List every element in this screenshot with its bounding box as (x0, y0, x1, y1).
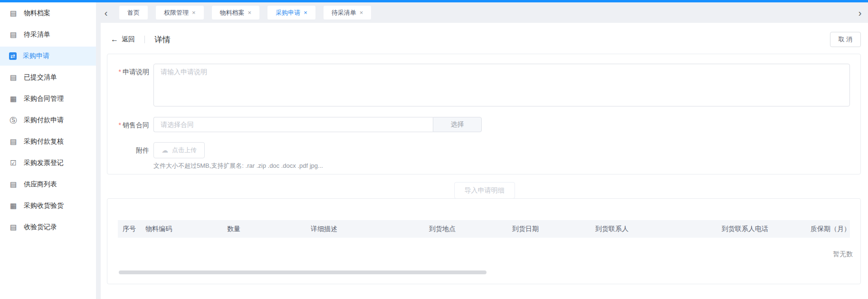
tab-close-icon[interactable]: × (192, 9, 196, 16)
chevron-right-icon[interactable]: › (855, 8, 865, 18)
supplier-list-icon: ▤ (9, 180, 18, 189)
column-header-delivery-contact: 到货联系人 (591, 225, 717, 233)
back-arrow-icon: ← (111, 35, 118, 44)
sidebar-item-label: 采购付款复核 (24, 137, 64, 146)
column-header-description: 详细描述 (306, 225, 424, 233)
sidebar: ▤ 物料档案 ▤ 待采清单 ⇄ 采购申请 ▤ 已提交清单 ▦ 采购合同管理 Ⓢ … (0, 2, 96, 299)
tab-label: 权限管理 (164, 9, 189, 16)
app-window: ▤ 物料档案 ▤ 待采清单 ⇄ 采购申请 ▤ 已提交清单 ▦ 采购合同管理 Ⓢ … (0, 0, 868, 299)
tab-label: 首页 (127, 9, 140, 16)
attachment-label: 附件 (118, 142, 149, 157)
tab-label: 物料档案 (220, 9, 245, 16)
sidebar-item-inspection-record[interactable]: ▤ 收验货记录 (0, 218, 96, 237)
column-header-quantity: 数量 (222, 225, 306, 233)
tab-close-icon[interactable]: × (248, 9, 252, 16)
payment-review-icon: ▤ (9, 137, 18, 146)
apply-note-label: *申请说明 (118, 64, 149, 106)
transfer-icon: ⇄ (9, 52, 17, 60)
sidebar-item-label: 供应商列表 (24, 180, 57, 189)
tab-label: 采购申请 (276, 9, 300, 16)
tab-home[interactable]: 首页 (119, 6, 148, 19)
tab-bar: ‹ 首页 权限管理× 物料档案× 采购申请× 待采清单× › (96, 2, 868, 23)
sidebar-item-label: 采购合同管理 (24, 95, 64, 103)
sidebar-item-invoice-register[interactable]: ☑ 采购发票登记 (0, 154, 96, 173)
receiving-inspect-icon: ▦ (9, 202, 18, 210)
contract-list-icon: ▦ (9, 95, 18, 103)
invoice-register-icon: ☑ (9, 159, 18, 167)
column-header-material-code: 物料编码 (141, 225, 222, 233)
header-divider (144, 36, 145, 43)
sales-contract-row: *销售合同 选择 (118, 117, 850, 132)
column-header-index: 序号 (118, 225, 141, 233)
sidebar-item-label: 采购收货验货 (24, 202, 64, 210)
sidebar-item-label: 收验货记录 (24, 223, 57, 231)
sidebar-item-purchase-request[interactable]: ⇄ 采购申请 (0, 47, 96, 66)
attachment-row: 附件 ☁ 点击上传 (118, 142, 850, 157)
tab-material-archive[interactable]: 物料档案× (212, 6, 260, 19)
chevron-left-icon[interactable]: ‹ (101, 8, 111, 18)
request-form-panel: *申请说明 *销售合同 选择 附件 ☁ 点击上传 文件大小不超过5MB,支持扩展… (107, 54, 861, 174)
submitted-list-icon: ▤ (9, 73, 18, 82)
required-mark: * (119, 121, 121, 129)
sidebar-item-payment-request[interactable]: Ⓢ 采购付款申请 (0, 111, 96, 130)
upload-hint-text: 文件大小不超过5MB,支持扩展名: .rar .zip .doc .docx .… (153, 162, 850, 170)
column-header-delivery-date: 到货日期 (507, 225, 591, 233)
sidebar-item-payment-review[interactable]: ▤ 采购付款复核 (0, 132, 96, 151)
sidebar-item-label: 采购付款申请 (24, 116, 64, 125)
main-content: ← 返回 详情 取 消 *申请说明 *销售合同 选择 附件 ☁ 点击上传 (101, 23, 868, 299)
sales-contract-input[interactable] (153, 117, 433, 132)
page-title: 详情 (154, 34, 171, 45)
tab-label: 待采清单 (332, 9, 356, 16)
select-contract-button[interactable]: 选择 (433, 117, 482, 132)
tab-permission-management[interactable]: 权限管理× (156, 6, 204, 19)
back-button[interactable]: ← 返回 详情 (111, 33, 171, 46)
sidebar-item-supplier-list[interactable]: ▤ 供应商列表 (0, 175, 96, 194)
inspection-record-icon: ▤ (9, 223, 18, 231)
tab-pending-list[interactable]: 待采清单× (324, 6, 372, 19)
upload-button[interactable]: ☁ 点击上传 (153, 142, 205, 158)
apply-note-textarea[interactable] (153, 64, 850, 106)
table-header-row: 序号 物料编码 数量 详细描述 到货地点 到货日期 到货联系人 到货联系人电话 … (118, 220, 850, 238)
detail-table-panel: 序号 物料编码 数量 详细描述 到货地点 到货日期 到货联系人 到货联系人电话 … (107, 198, 861, 284)
apply-note-row: *申请说明 (118, 64, 850, 106)
table-empty-text: 暂无数 (833, 250, 853, 259)
sidebar-item-receiving-inspection[interactable]: ▦ 采购收货验货 (0, 196, 96, 215)
upload-cloud-icon: ☁ (162, 147, 168, 154)
sidebar-item-label: 采购发票登记 (24, 159, 64, 167)
cancel-button[interactable]: 取 消 (830, 32, 861, 47)
pending-list-icon: ▤ (9, 30, 18, 39)
back-label: 返回 (122, 35, 135, 44)
file-text-icon: ▤ (9, 9, 18, 18)
import-detail-button[interactable]: 导入申请明细 (454, 182, 515, 199)
tab-close-icon[interactable]: × (360, 9, 363, 16)
tab-close-icon[interactable]: × (304, 9, 307, 16)
sidebar-item-label: 物料档案 (24, 9, 50, 18)
sidebar-item-label: 已提交清单 (24, 73, 57, 82)
sales-contract-label: *销售合同 (118, 117, 149, 132)
sidebar-item-submitted-list[interactable]: ▤ 已提交清单 (0, 68, 96, 87)
sidebar-item-label: 待采清单 (24, 30, 50, 39)
sidebar-item-pending-list[interactable]: ▤ 待采清单 (0, 25, 96, 44)
tab-purchase-request[interactable]: 采购申请× (267, 6, 315, 19)
sidebar-item-material-archive[interactable]: ▤ 物料档案 (0, 4, 96, 23)
upload-button-label: 点击上传 (172, 146, 197, 154)
table-horizontal-scrollbar[interactable] (119, 270, 486, 274)
column-header-contact-phone: 到货联系人电话 (717, 225, 806, 233)
column-header-delivery-place: 到货地点 (424, 225, 507, 233)
payment-coin-icon: Ⓢ (9, 116, 18, 125)
sidebar-item-contract-management[interactable]: ▦ 采购合同管理 (0, 89, 96, 108)
column-header-warranty-months: 质保期（月） (806, 225, 850, 233)
sidebar-item-label: 采购申请 (23, 52, 49, 60)
required-mark: * (119, 68, 121, 76)
